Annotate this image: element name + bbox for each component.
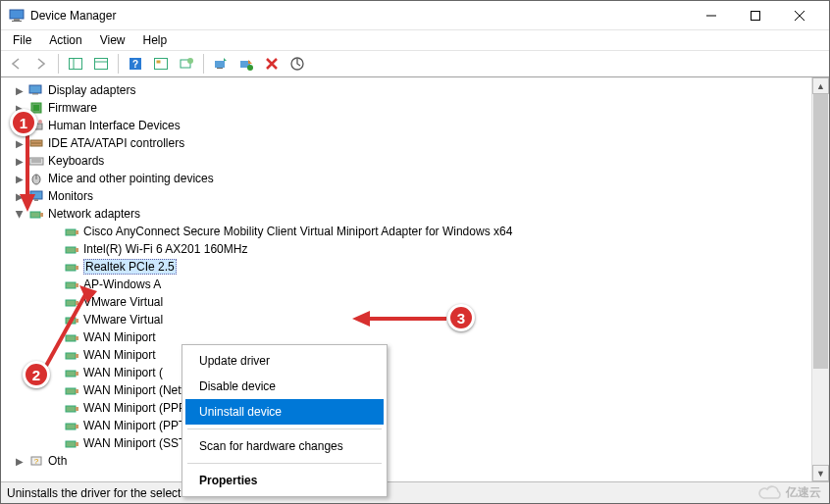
device-label: VMware Virtual [83, 313, 163, 327]
category-hid[interactable]: ▶ Human Interface Devices [1, 117, 811, 134]
svg-rect-37 [30, 212, 40, 218]
back-button[interactable] [5, 53, 26, 75]
category-label: Network adapters [48, 207, 140, 221]
mouse-icon [28, 171, 44, 186]
svg-rect-57 [66, 388, 76, 394]
svg-rect-46 [76, 283, 78, 287]
device-wan-miniport-3[interactable]: WAN Miniport ( [1, 364, 811, 381]
menu-action[interactable]: Action [41, 31, 89, 49]
chevron-down-icon[interactable]: ▶ [15, 205, 26, 223]
svg-rect-40 [76, 230, 78, 234]
menu-file[interactable]: File [5, 31, 39, 49]
menu-view[interactable]: View [92, 31, 133, 49]
svg-rect-48 [76, 301, 78, 305]
minimize-button[interactable] [689, 1, 733, 30]
context-disable-device[interactable]: Disable device [185, 374, 384, 399]
device-realtek-pcie[interactable]: Realtek PCIe 2.5 [1, 258, 811, 276]
svg-rect-51 [66, 335, 76, 341]
svg-text:?: ? [34, 457, 39, 466]
scroll-down-button[interactable]: ▼ [812, 465, 829, 481]
disable-device-button[interactable] [235, 53, 257, 75]
device-tap-windows[interactable]: AP-Windows A [1, 276, 811, 293]
svg-rect-22 [29, 85, 41, 93]
network-adapter-icon [64, 418, 79, 433]
svg-rect-45 [66, 282, 76, 288]
ide-icon [28, 135, 44, 151]
keyboard-icon [28, 153, 44, 169]
network-adapter-icon [64, 365, 79, 380]
vertical-scrollbar[interactable]: ▲ ▼ [812, 77, 829, 481]
chevron-right-icon[interactable]: ▶ [11, 138, 28, 149]
svg-rect-42 [76, 248, 78, 252]
scroll-up-button[interactable]: ▲ [812, 77, 829, 94]
category-other[interactable]: ▶ ? Oth [1, 452, 811, 470]
statusbar: Uninstalls the driver for the selected d… [1, 481, 829, 503]
uninstall-device-button[interactable] [261, 53, 283, 75]
svg-rect-25 [33, 105, 39, 111]
chevron-right-icon[interactable]: ▶ [11, 456, 28, 467]
context-scan-hardware[interactable]: Scan for hardware changes [185, 433, 384, 459]
network-adapter-icon [64, 329, 79, 345]
chevron-right-icon[interactable]: ▶ [11, 156, 28, 167]
menu-help[interactable]: Help [135, 31, 176, 49]
chevron-right-icon[interactable]: ▶ [11, 85, 28, 96]
scroll-thumb[interactable] [813, 94, 828, 369]
close-button[interactable] [777, 1, 821, 30]
category-monitors[interactable]: ▶ Monitors [1, 187, 811, 205]
device-label: WAN Miniport [83, 330, 156, 344]
svg-rect-64 [76, 442, 78, 446]
device-tree[interactable]: ▶ Display adapters ▶ Firmware ▶ Human In… [1, 77, 812, 481]
svg-rect-14 [157, 61, 161, 64]
device-cisco-anyconnect[interactable]: Cisco AnyConnect Secure Mobility Client … [1, 223, 811, 240]
device-wan-miniport-pppoe[interactable]: WAN Miniport (PPPOE) [1, 399, 811, 417]
context-uninstall-device[interactable]: Uninstall device [185, 399, 384, 425]
context-menu: Update driver Disable device Uninstall d… [182, 344, 388, 497]
update-driver-button[interactable] [210, 53, 232, 75]
svg-rect-53 [66, 353, 76, 359]
svg-point-27 [38, 120, 42, 124]
network-adapter-icon [64, 400, 79, 416]
svg-rect-23 [32, 93, 38, 95]
svg-rect-58 [76, 389, 78, 393]
device-wan-miniport-pptp[interactable]: WAN Miniport (PPTP) [1, 417, 811, 434]
chevron-right-icon[interactable]: ▶ [11, 174, 28, 184]
category-label: Oth [48, 454, 67, 468]
category-label: IDE ATA/ATAPI controllers [48, 136, 184, 150]
action-button[interactable] [150, 53, 172, 75]
svg-rect-17 [215, 61, 225, 68]
category-mice[interactable]: ▶ Mice and other pointing devices [1, 170, 811, 187]
svg-rect-39 [66, 229, 76, 235]
device-wan-miniport-2[interactable]: WAN Miniport [1, 346, 811, 364]
legacy-hardware-button[interactable] [286, 53, 308, 75]
network-adapter-icon [28, 206, 44, 222]
svg-rect-9 [95, 59, 108, 70]
svg-rect-49 [66, 318, 76, 324]
device-vmware-virtual-2[interactable]: VMware Virtual [1, 311, 811, 328]
device-intel-wifi[interactable]: Intel(R) Wi-Fi 6 AX201 160MHz [1, 240, 811, 258]
window-title: Device Manager [30, 9, 689, 23]
device-wan-miniport-network-monitor[interactable]: WAN Miniport (Network Monitor) [1, 381, 811, 399]
category-label: Keyboards [48, 154, 104, 168]
context-update-driver[interactable]: Update driver [185, 348, 384, 374]
category-ide[interactable]: ▶ IDE ATA/ATAPI controllers [1, 134, 811, 152]
context-separator [187, 463, 382, 464]
device-label: Cisco AnyConnect Secure Mobility Client … [83, 225, 512, 238]
properties-button[interactable] [90, 53, 112, 75]
device-wan-miniport-sstp[interactable]: WAN Miniport (SSTP) [1, 434, 811, 452]
category-network-adapters[interactable]: ▶ Network adapters [1, 205, 811, 223]
device-label: WAN Miniport ( [83, 366, 163, 379]
context-properties[interactable]: Properties [185, 468, 384, 493]
help-button[interactable]: ? [125, 53, 146, 75]
device-wan-miniport-1[interactable]: WAN Miniport [1, 328, 811, 346]
category-keyboards[interactable]: ▶ Keyboards [1, 152, 811, 170]
category-display-adapters[interactable]: ▶ Display adapters [1, 81, 811, 99]
svg-rect-56 [76, 372, 78, 376]
forward-button[interactable] [30, 53, 52, 75]
show-hide-tree-button[interactable] [65, 53, 86, 75]
device-label: Intel(R) Wi-Fi 6 AX201 160MHz [83, 242, 247, 256]
category-firmware[interactable]: ▶ Firmware [1, 99, 811, 117]
maximize-button[interactable] [733, 1, 777, 30]
device-vmware-virtual-1[interactable]: VMware Virtual [1, 293, 811, 311]
scan-hardware-button[interactable] [176, 53, 197, 75]
chevron-right-icon[interactable]: ▶ [11, 191, 28, 202]
